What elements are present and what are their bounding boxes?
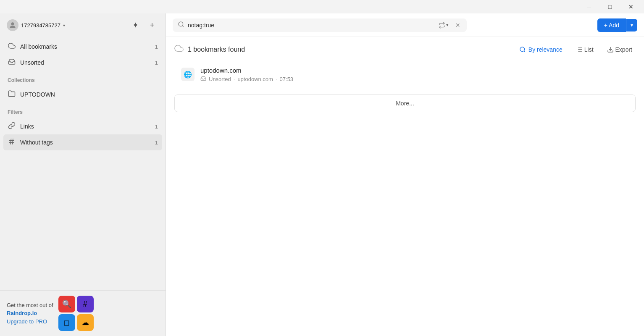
view-list-button[interactable]: List: [573, 45, 597, 55]
main-content: ▾ × + Add ▾ 1 bookmarks found: [166, 13, 644, 336]
results-count: 1 bookmarks found: [188, 46, 512, 53]
svg-line-4: [13, 139, 13, 144]
sidebar-header: 1727934785727 ▾ ✦ +: [0, 13, 166, 37]
bookmark-url: uptodown.com: [237, 76, 273, 82]
svg-point-7: [520, 47, 525, 52]
collections-nav: UPTODOWN: [0, 85, 166, 104]
magic-button[interactable]: ✦: [129, 18, 142, 32]
bookmark-collection: Unsorted: [209, 76, 231, 82]
avatar: [7, 19, 18, 31]
search-input[interactable]: [188, 22, 434, 29]
svg-point-0: [11, 22, 14, 25]
close-button[interactable]: ✕: [621, 0, 641, 13]
sidebar-item-uptodown[interactable]: UPTODOWN: [3, 87, 162, 102]
sidebar-item-unsorted[interactable]: Unsorted 1: [3, 55, 162, 71]
svg-line-8: [524, 51, 525, 52]
sidebar-item-label: Unsorted: [20, 59, 151, 66]
svg-line-3: [11, 139, 11, 144]
svg-line-6: [182, 26, 184, 27]
sidebar-nav: All bookmarks 1 Unsorted 1: [0, 37, 166, 72]
sidebar-item-label: All bookmarks: [20, 43, 151, 50]
search-clear-button[interactable]: ×: [454, 21, 462, 29]
sidebar-item-without-tags[interactable]: Without tags 1: [3, 134, 162, 150]
hash-icon: [8, 138, 16, 147]
app-icon-hash: #: [77, 296, 94, 312]
sidebar-item-count: 1: [155, 60, 158, 66]
add-button-group: + Add ▾: [597, 18, 637, 32]
search-icon: [178, 21, 184, 29]
app-icon-cloud: ☁: [77, 314, 94, 331]
app-icon-box: ◻: [58, 314, 75, 331]
sidebar-item-count: 1: [155, 44, 158, 50]
filter-count: 1: [155, 139, 158, 146]
results-area: 1 bookmarks found By relevance: [166, 37, 644, 336]
app-icon-search: 🔍: [58, 296, 75, 312]
username: 1727934785727: [21, 22, 60, 29]
filters-section-title: Filters: [0, 104, 166, 117]
footer-text: Get the most out of Raindrop.io Upgrade …: [7, 301, 53, 326]
add-collection-button[interactable]: +: [145, 18, 159, 32]
minimize-button[interactable]: ─: [579, 0, 599, 13]
maximize-button[interactable]: □: [600, 0, 620, 13]
results-header: 1 bookmarks found By relevance: [174, 44, 636, 55]
svg-point-5: [179, 22, 183, 26]
filter-label: Without tags: [20, 139, 151, 146]
sidebar-item-all-bookmarks[interactable]: All bookmarks 1: [3, 39, 162, 55]
sidebar-item-links[interactable]: Links 1: [3, 118, 162, 134]
bookmark-card[interactable]: 🌐 uptodown.com Unsorted · uptodown.com: [174, 62, 636, 88]
filter-label: Links: [20, 123, 151, 130]
search-bar: ▾ × + Add ▾: [166, 13, 644, 37]
add-main-button[interactable]: + Add: [597, 18, 626, 32]
filter-count: 1: [155, 123, 158, 130]
app-icons-grid: 🔍 # ◻ ☁: [58, 296, 94, 331]
add-dropdown-button[interactable]: ▾: [626, 19, 637, 32]
app-layout: 1727934785727 ▾ ✦ + All bookmarks 1: [0, 13, 644, 336]
link-icon: [8, 122, 16, 131]
collection-label: UPTODOWN: [20, 91, 158, 98]
chevron-down-icon: ▾: [63, 23, 65, 28]
inbox-icon: [8, 58, 16, 67]
collections-section-title: Collections: [0, 72, 166, 85]
export-button[interactable]: Export: [604, 45, 636, 55]
sort-button[interactable]: By relevance: [516, 45, 566, 55]
bookmark-time: 07:53: [280, 76, 294, 82]
bookmark-favicon: 🌐: [181, 68, 195, 81]
sidebar: 1727934785727 ▾ ✦ + All bookmarks 1: [0, 13, 166, 336]
bookmark-meta: Unsorted · uptodown.com · 07:53: [200, 76, 629, 83]
bookmark-title: uptodown.com: [200, 67, 629, 74]
cloud-icon: [8, 42, 16, 51]
user-section[interactable]: 1727934785727 ▾: [7, 19, 125, 31]
collection-icon: [200, 76, 206, 83]
results-cloud-icon: [174, 44, 184, 55]
search-filter-button[interactable]: ▾: [437, 21, 450, 29]
sidebar-footer: Get the most out of Raindrop.io Upgrade …: [0, 290, 166, 336]
filters-nav: Links 1 Without tags 1: [0, 117, 166, 152]
title-bar: ─ □ ✕: [0, 0, 644, 13]
folder-icon: [8, 90, 16, 99]
search-input-wrapper: ▾ ×: [173, 18, 467, 32]
results-actions: By relevance List: [516, 45, 636, 55]
bookmark-info: uptodown.com Unsorted · uptodown.com ·: [200, 67, 629, 83]
more-button[interactable]: More...: [174, 94, 636, 112]
